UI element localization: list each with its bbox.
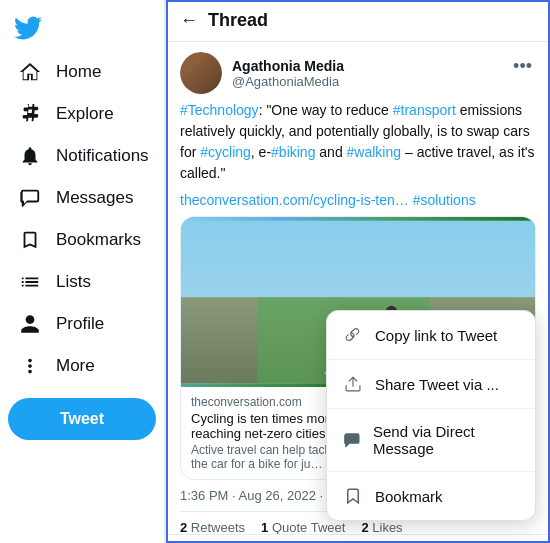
tweet-button[interactable]: Tweet: [8, 398, 156, 440]
sidebar-item-messages[interactable]: Messages: [8, 178, 156, 218]
sidebar-item-messages-label: Messages: [56, 188, 133, 208]
main-content: ← Thread Agathonia Media @AgathoniaMedia…: [165, 0, 550, 543]
quote-tweet-count: 1 Quote Tweet: [261, 520, 345, 535]
dm-menu-item[interactable]: Send via Direct Message: [327, 409, 535, 472]
dm-icon: [343, 430, 361, 450]
more-icon: [18, 354, 42, 378]
retweet-count: 2 Retweets: [180, 520, 245, 535]
thread-header: ← Thread: [166, 0, 550, 42]
tweet-user: Agathonia Media @AgathoniaMedia: [180, 52, 344, 94]
likes-count: 2 Likes: [361, 520, 402, 535]
back-button[interactable]: ←: [180, 10, 198, 31]
sidebar-item-explore[interactable]: Explore: [8, 94, 156, 134]
thread-title: Thread: [208, 10, 268, 31]
hashtag-transport[interactable]: #transport: [393, 102, 456, 118]
more-options-button[interactable]: •••: [509, 52, 536, 81]
copy-link-label: Copy link to Tweet: [375, 327, 497, 344]
link-icon: [343, 325, 363, 345]
sidebar-item-profile[interactable]: Profile: [8, 304, 156, 344]
bookmark-menu-item[interactable]: Bookmark: [327, 472, 535, 520]
dm-label: Send via Direct Message: [373, 423, 519, 457]
sidebar-item-explore-label: Explore: [56, 104, 114, 124]
share-via-menu-item[interactable]: Share Tweet via ...: [327, 360, 535, 409]
copy-link-menu-item[interactable]: Copy link to Tweet: [327, 311, 535, 360]
explore-icon: [18, 102, 42, 126]
notifications-icon: [18, 144, 42, 168]
share-icon: [343, 374, 363, 394]
bookmark-label: Bookmark: [375, 488, 443, 505]
sidebar-item-bookmarks-label: Bookmarks: [56, 230, 141, 250]
sidebar-item-bookmarks[interactable]: Bookmarks: [8, 220, 156, 260]
twitter-logo[interactable]: [8, 8, 48, 48]
tweet-link[interactable]: theconversation.com/cycling-is-ten… #sol…: [180, 192, 536, 208]
bookmark-icon: [343, 486, 363, 506]
bookmarks-icon: [18, 228, 42, 252]
messages-icon: [18, 186, 42, 210]
hashtag-biking[interactable]: #biking: [271, 144, 315, 160]
sidebar-item-more-label: More: [56, 356, 95, 376]
sidebar: Home Explore Notifications Messages Book…: [0, 0, 165, 543]
avatar: [180, 52, 222, 94]
sidebar-item-notifications-label: Notifications: [56, 146, 149, 166]
sidebar-item-lists[interactable]: Lists: [8, 262, 156, 302]
lists-icon: [18, 270, 42, 294]
hashtag-cycling[interactable]: #cycling: [200, 144, 251, 160]
home-icon: [18, 60, 42, 84]
username: @AgathoniaMedia: [232, 74, 344, 89]
sidebar-item-more[interactable]: More: [8, 346, 156, 386]
tweet-header: Agathonia Media @AgathoniaMedia •••: [180, 52, 536, 94]
context-menu: Copy link to Tweet Share Tweet via ... S…: [326, 310, 536, 521]
sidebar-item-lists-label: Lists: [56, 272, 91, 292]
user-info: Agathonia Media @AgathoniaMedia: [232, 58, 344, 89]
sidebar-item-profile-label: Profile: [56, 314, 104, 334]
hashtag-walking[interactable]: #walking: [347, 144, 401, 160]
twitter-bird-icon: [14, 14, 42, 42]
profile-icon: [18, 312, 42, 336]
tweet-text: #Technology: "One way to reduce #transpo…: [180, 100, 536, 184]
sidebar-item-home-label: Home: [56, 62, 101, 82]
sidebar-item-home[interactable]: Home: [8, 52, 156, 92]
sidebar-item-notifications[interactable]: Notifications: [8, 136, 156, 176]
display-name: Agathonia Media: [232, 58, 344, 74]
hashtag-technology[interactable]: #Technology: [180, 102, 259, 118]
share-via-label: Share Tweet via ...: [375, 376, 499, 393]
